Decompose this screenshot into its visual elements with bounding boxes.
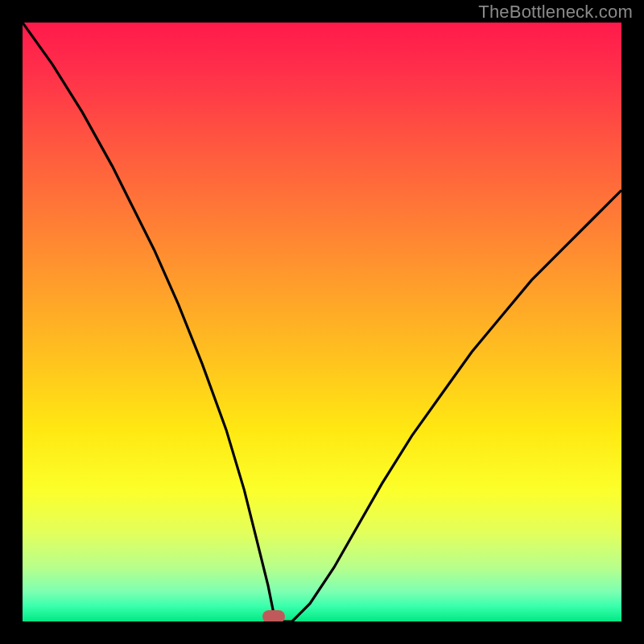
curve-path [23,23,621,621]
chart-frame: TheBottleneck.com [0,0,644,644]
plot-area [23,23,621,621]
optimum-marker [262,610,285,621]
bottleneck-curve [23,23,621,621]
watermark-text: TheBottleneck.com [478,2,633,23]
